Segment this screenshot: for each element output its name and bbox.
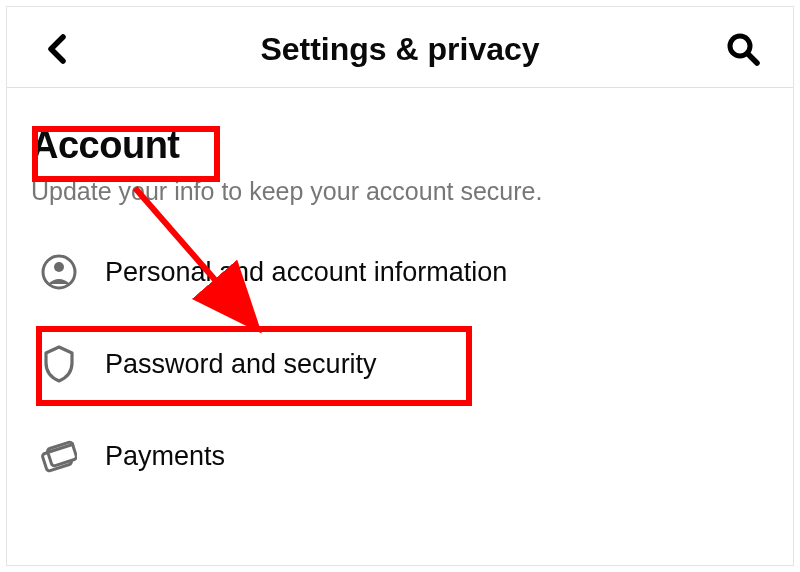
search-button[interactable] (723, 29, 763, 69)
list-item-payments[interactable]: Payments (31, 410, 769, 502)
list-item-password-security[interactable]: Password and security (31, 318, 769, 410)
list-item-label: Payments (105, 441, 225, 472)
svg-point-3 (54, 262, 64, 272)
page-title: Settings & privacy (260, 31, 539, 68)
section-title: Account (31, 124, 180, 167)
content: Account Update your info to keep your ac… (7, 88, 793, 502)
settings-list: Personal and account information Passwor… (31, 226, 769, 502)
header: Settings & privacy (7, 7, 793, 88)
payments-icon (39, 436, 79, 476)
chevron-left-icon (46, 34, 68, 64)
list-item-personal-info[interactable]: Personal and account information (31, 226, 769, 318)
search-icon (726, 32, 760, 66)
svg-line-1 (748, 54, 757, 63)
shield-icon (39, 344, 79, 384)
person-icon (39, 252, 79, 292)
list-item-label: Password and security (105, 349, 377, 380)
list-item-label: Personal and account information (105, 257, 507, 288)
section-subtitle: Update your info to keep your account se… (31, 177, 769, 206)
back-button[interactable] (37, 29, 77, 69)
